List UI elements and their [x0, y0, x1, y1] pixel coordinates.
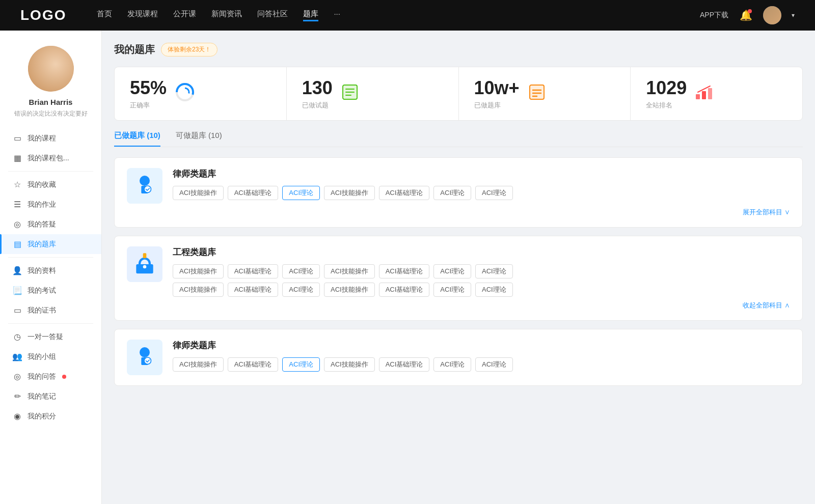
- tag[interactable]: ACI理论: [433, 264, 471, 278]
- notification-bell[interactable]: 🔔: [739, 8, 753, 22]
- sidebar-label-my-bank: 我的题库: [28, 240, 56, 249]
- nav-discover[interactable]: 发现课程: [127, 9, 158, 21]
- tag[interactable]: ACI技能操作: [324, 264, 375, 278]
- qbank-card-eng1: 工程类题库 ACI技能操作 ACI基础理论 ACI理论 ACI技能操作 ACI基…: [114, 236, 803, 321]
- sidebar-item-my-questions[interactable]: ◎ 我的问答: [0, 367, 101, 386]
- done-banks-icon: [528, 83, 546, 105]
- stat-rank-label: 全站排名: [646, 101, 687, 110]
- qbank-name-law2: 律师类题库: [173, 340, 790, 351]
- sidebar-menu: ▭ 我的课程 ▦ 我的课程包... ☆ 我的收藏 ☰ 我的作业 ◎ 我的答疑 ▤: [0, 128, 101, 426]
- nav-bank[interactable]: 题库: [303, 9, 318, 21]
- sidebar-label-my-notes: 我的笔记: [28, 392, 56, 401]
- qa-icon: ◎: [12, 219, 22, 229]
- sidebar-label-my-qa: 我的答疑: [28, 220, 56, 229]
- sidebar-divider-3: [8, 323, 93, 324]
- stat-accuracy: 55% 正确率: [115, 67, 287, 120]
- tag[interactable]: ACI技能操作: [173, 357, 224, 372]
- avatar-dropdown-icon[interactable]: ▾: [792, 12, 795, 19]
- avatar-image: [763, 6, 781, 24]
- app-download-btn[interactable]: APP下载: [700, 11, 728, 20]
- notification-dot: [748, 9, 752, 13]
- page-title: 我的题库: [114, 43, 155, 57]
- navbar-menu: 首页 发现课程 公开课 新闻资讯 问答社区 题库 ···: [97, 9, 700, 21]
- sidebar-item-my-points[interactable]: ◉ 我的积分: [0, 406, 101, 426]
- package-icon: ▦: [12, 153, 22, 163]
- tag-active[interactable]: ACI理论: [282, 186, 320, 200]
- tag[interactable]: ACI基础理论: [379, 186, 430, 200]
- tab-done-banks[interactable]: 已做题库 (10): [114, 131, 160, 147]
- tag[interactable]: ACI理论: [282, 264, 320, 278]
- tag[interactable]: ACI理论: [475, 186, 513, 200]
- qbank-tags-law2: ACI技能操作 ACI基础理论 ACI理论 ACI技能操作 ACI基础理论 AC…: [173, 357, 790, 372]
- stat-accuracy-value: 55%: [130, 77, 167, 99]
- tag[interactable]: ACI理论: [433, 357, 471, 372]
- sidebar-item-my-favorite[interactable]: ☆ 我的收藏: [0, 175, 101, 194]
- tag[interactable]: ACI基础理论: [379, 264, 430, 278]
- avatar[interactable]: [763, 6, 781, 24]
- sidebar-item-my-data[interactable]: 👤 我的资料: [0, 261, 101, 281]
- sidebar-item-my-package[interactable]: ▦ 我的课程包...: [0, 148, 101, 168]
- sidebar-label-my-group: 我的小组: [28, 352, 56, 361]
- tag[interactable]: ACI基础理论: [228, 357, 279, 372]
- tabs-row: 已做题库 (10) 可做题库 (10): [114, 131, 803, 147]
- qbank-name-law1: 律师类题库: [173, 168, 790, 180]
- svg-point-21: [143, 265, 147, 269]
- sidebar-username: Brian Harris: [29, 98, 73, 106]
- tag[interactable]: ACI技能操作: [324, 357, 375, 372]
- tag[interactable]: ACI技能操作: [173, 186, 224, 200]
- svg-point-18: [144, 186, 151, 192]
- tag[interactable]: ACI基础理论: [379, 357, 430, 372]
- points-icon: ◉: [12, 411, 22, 421]
- nav-home[interactable]: 首页: [97, 9, 112, 21]
- sidebar-avatar: [28, 46, 74, 92]
- qbank-expand-law1[interactable]: 展开全部科目 ∨: [127, 208, 790, 217]
- stat-banks-value: 10w+: [474, 77, 520, 99]
- sidebar-item-my-exam[interactable]: 📃 我的考试: [0, 281, 101, 300]
- tag[interactable]: ACI基础理论: [228, 264, 279, 278]
- tag[interactable]: ACI理论: [282, 283, 320, 297]
- nav-open[interactable]: 公开课: [173, 9, 196, 21]
- nav-news[interactable]: 新闻资讯: [211, 9, 242, 21]
- tag[interactable]: ACI技能操作: [324, 186, 375, 200]
- stat-rank: 1029 全站排名: [631, 67, 802, 120]
- stat-rank-text: 1029 全站排名: [646, 77, 687, 110]
- tag[interactable]: ACI基础理论: [228, 283, 279, 297]
- navbar-logo: LOGO: [20, 7, 66, 23]
- svg-rect-20: [143, 253, 147, 258]
- tag[interactable]: ACI理论: [433, 283, 471, 297]
- stat-done-banks: 10w+ 已做题库: [459, 67, 631, 120]
- sidebar-item-my-notes[interactable]: ✏ 我的笔记: [0, 386, 101, 406]
- tag[interactable]: ACI理论: [475, 264, 513, 278]
- sidebar-label-my-homework: 我的作业: [28, 200, 56, 209]
- sidebar-label-my-favorite: 我的收藏: [28, 180, 56, 189]
- rank-icon: [695, 83, 713, 105]
- svg-rect-15: [708, 88, 712, 99]
- nav-qa[interactable]: 问答社区: [257, 9, 288, 21]
- svg-point-24: [144, 357, 151, 364]
- sidebar-item-one-on-one[interactable]: ◷ 一对一答疑: [0, 327, 101, 347]
- tag[interactable]: ACI技能操作: [173, 283, 224, 297]
- qbank-tags-eng1-row1: ACI技能操作 ACI基础理论 ACI理论 ACI技能操作 ACI基础理论 AC…: [173, 264, 790, 278]
- exam-icon: 📃: [12, 286, 22, 295]
- tag[interactable]: ACI基础理论: [379, 283, 430, 297]
- tab-available-banks[interactable]: 可做题库 (10): [176, 131, 222, 147]
- tag[interactable]: ACI理论: [433, 186, 471, 200]
- navbar: LOGO 首页 发现课程 公开课 新闻资讯 问答社区 题库 ··· APP下载 …: [0, 0, 815, 31]
- tag[interactable]: ACI理论: [475, 283, 513, 297]
- sidebar-item-my-qa[interactable]: ◎ 我的答疑: [0, 214, 101, 234]
- tag[interactable]: ACI基础理论: [228, 186, 279, 200]
- sidebar-avatar-image: [28, 46, 74, 92]
- tag[interactable]: ACI技能操作: [324, 283, 375, 297]
- qbank-card-law2: 律师类题库 ACI技能操作 ACI基础理论 ACI理论 ACI技能操作 ACI基…: [114, 329, 803, 386]
- sidebar-item-my-homework[interactable]: ☰ 我的作业: [0, 194, 101, 214]
- qbank-collapse-eng1[interactable]: 收起全部科目 ∧: [127, 301, 790, 310]
- nav-more[interactable]: ···: [334, 9, 340, 21]
- sidebar-item-my-course[interactable]: ▭ 我的课程: [0, 128, 101, 148]
- tag[interactable]: ACI技能操作: [173, 264, 224, 278]
- tag[interactable]: ACI理论: [475, 357, 513, 372]
- sidebar-item-my-cert[interactable]: ▭ 我的证书: [0, 300, 101, 320]
- tag-active[interactable]: ACI理论: [282, 357, 320, 372]
- trial-badge: 体验剩余23天！: [161, 43, 218, 57]
- sidebar-item-my-bank[interactable]: ▤ 我的题库: [0, 234, 101, 254]
- sidebar-item-my-group[interactable]: 👥 我的小组: [0, 347, 101, 367]
